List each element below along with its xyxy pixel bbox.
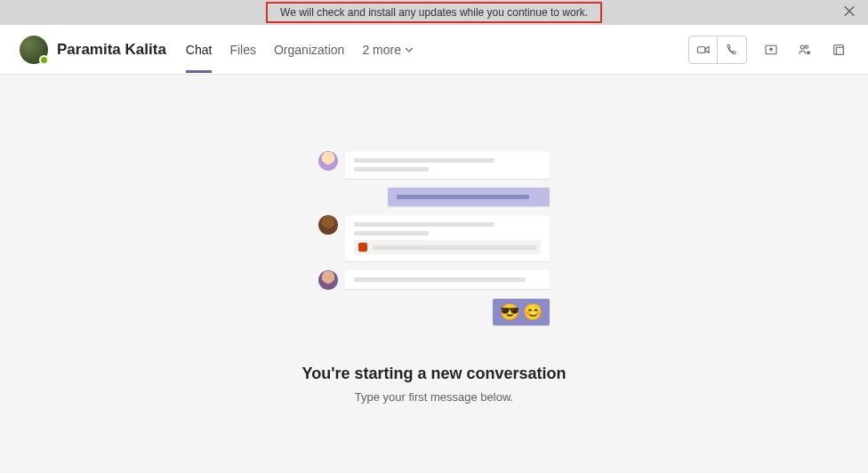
illust-text-line bbox=[354, 158, 494, 163]
update-banner-highlight: We will check and install any updates wh… bbox=[266, 2, 602, 23]
illust-bubble bbox=[345, 215, 550, 261]
illust-avatar-icon bbox=[318, 215, 338, 235]
empty-state-title: You're starting a new conversation bbox=[301, 365, 566, 383]
video-call-button[interactable] bbox=[689, 36, 718, 63]
chevron-down-icon bbox=[405, 43, 414, 57]
illust-text-line bbox=[397, 195, 529, 199]
svg-rect-6 bbox=[836, 47, 843, 54]
illust-text-line bbox=[373, 245, 536, 250]
illust-avatar-icon bbox=[318, 151, 338, 171]
illust-msg-emoji: 😎 😊 bbox=[318, 299, 550, 325]
tab-more[interactable]: 2 more bbox=[362, 27, 414, 73]
tab-chat[interactable]: Chat bbox=[186, 27, 213, 73]
illust-bubble bbox=[388, 188, 550, 206]
call-buttons bbox=[688, 36, 747, 64]
presence-available-icon bbox=[39, 55, 49, 65]
illust-text-line bbox=[354, 277, 526, 282]
add-people-button[interactable] bbox=[795, 40, 815, 60]
illust-emoji-bubble: 😎 😊 bbox=[493, 299, 550, 325]
update-banner-text: We will check and install any updates wh… bbox=[280, 6, 588, 19]
svg-rect-0 bbox=[697, 46, 705, 52]
emoji-smile-icon: 😊 bbox=[523, 302, 542, 322]
conversation-illustration: 😎 😊 bbox=[318, 151, 550, 325]
illust-attachment bbox=[354, 240, 541, 254]
header-actions bbox=[688, 36, 848, 64]
tab-files-label: Files bbox=[229, 43, 256, 57]
tab-more-label: 2 more bbox=[362, 43, 401, 57]
chat-empty-state: 😎 😊 You're starting a new conversation T… bbox=[0, 75, 868, 473]
empty-state-subtitle: Type your first message below. bbox=[355, 390, 513, 404]
illust-msg-incoming bbox=[318, 151, 550, 179]
illust-msg-incoming bbox=[318, 215, 550, 261]
tab-organization-label: Organization bbox=[274, 43, 344, 57]
update-banner: We will check and install any updates wh… bbox=[0, 0, 868, 25]
illust-msg-incoming bbox=[318, 270, 550, 290]
tab-files[interactable]: Files bbox=[229, 27, 256, 73]
svg-point-2 bbox=[800, 45, 804, 49]
illust-bubble bbox=[345, 151, 550, 179]
emoji-cool-icon: 😎 bbox=[500, 302, 519, 322]
contact-name: Paramita Kalita bbox=[57, 41, 166, 59]
chat-header: Paramita Kalita Chat Files Organization … bbox=[0, 25, 868, 75]
illust-bubble bbox=[345, 270, 550, 289]
svg-point-3 bbox=[805, 45, 808, 48]
illust-file-icon bbox=[358, 243, 367, 252]
share-screen-button[interactable] bbox=[761, 40, 781, 60]
illust-text-line bbox=[354, 167, 429, 172]
tab-chat-label: Chat bbox=[186, 43, 213, 57]
audio-call-button[interactable] bbox=[718, 36, 746, 63]
tab-organization[interactable]: Organization bbox=[274, 27, 344, 73]
avatar[interactable] bbox=[20, 36, 48, 64]
illust-text-line bbox=[354, 222, 494, 227]
tab-bar: Chat Files Organization 2 more bbox=[186, 27, 414, 73]
illust-avatar-icon bbox=[318, 270, 338, 290]
close-icon[interactable] bbox=[843, 5, 856, 20]
illust-msg-outgoing bbox=[318, 188, 550, 206]
popout-button[interactable] bbox=[829, 40, 848, 60]
illust-text-line bbox=[354, 231, 429, 236]
